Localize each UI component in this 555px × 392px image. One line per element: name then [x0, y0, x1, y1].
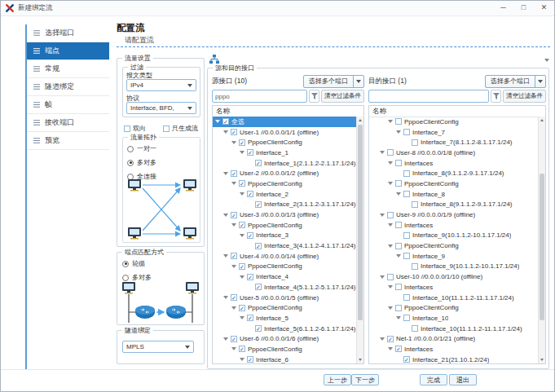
tree-row[interactable]: ✓Interfaces — [369, 344, 545, 355]
tree-row[interactable]: PppoeClientConfig — [369, 117, 545, 127]
expander-icon[interactable] — [388, 223, 393, 227]
tree-checkbox[interactable] — [412, 263, 418, 270]
tree-row[interactable]: ✓Interface_4(5.1.1.2-5.1.17.1/24) — [213, 282, 363, 293]
tree-checkbox[interactable] — [395, 284, 402, 290]
expander-icon[interactable] — [388, 347, 393, 350]
tree-checkbox[interactable] — [403, 170, 410, 177]
tree-row[interactable]: Interface_10(11.1.1.2-11.1.17.1/24) — [369, 293, 545, 303]
radio-icon[interactable] — [122, 261, 129, 267]
tree-checkbox[interactable]: ✓ — [395, 346, 402, 352]
tree-checkbox[interactable] — [403, 191, 410, 197]
tree-row[interactable]: ✓Interface_21(21.10.1.2/24) — [369, 355, 545, 363]
tree-row[interactable]: Interfaces — [369, 282, 545, 293]
tree-checkbox[interactable]: ✓ — [239, 305, 245, 311]
tree-row[interactable]: ✓全选 — [213, 117, 363, 127]
tree-row[interactable]: Interfaces — [369, 220, 545, 231]
expander-icon[interactable] — [240, 192, 244, 196]
tree-row[interactable]: ✓Interface_6 — [213, 355, 363, 363]
tree-row[interactable]: ✓Interface_1(2.1.1.2-2.1.17.1/24) — [213, 158, 363, 169]
sidebar-item[interactable]: 帧 — [27, 96, 109, 114]
tree-row[interactable]: ✓PppoeClientConfig — [213, 344, 363, 355]
tree-row[interactable]: ✓User-4 //0.0.0.0/1/4 (offline) — [213, 251, 363, 262]
expander-icon[interactable] — [223, 214, 228, 217]
destination-tree-scrollbar[interactable] — [538, 117, 545, 363]
expander-icon[interactable] — [240, 234, 244, 237]
tree-checkbox[interactable] — [412, 139, 418, 146]
source-tree-scrollbar[interactable] — [356, 117, 363, 363]
expander-icon[interactable] — [388, 244, 393, 248]
tree-checkbox[interactable]: ✓ — [231, 294, 237, 301]
expander-icon[interactable] — [388, 161, 393, 165]
only-generate-checkbox-row[interactable]: 只生成流 — [163, 124, 198, 133]
tree-checkbox[interactable] — [403, 294, 410, 301]
sidebar-item[interactable]: 端点 — [27, 42, 109, 60]
tree-row[interactable]: ✓Interface_1 — [213, 148, 363, 158]
tree-row[interactable]: Interface_10 — [369, 313, 545, 324]
tree-row[interactable]: ✓PppoeClientConfig — [213, 137, 363, 148]
clear-filter-button[interactable]: 清空过滤条件 — [503, 90, 546, 103]
chevron-down-icon[interactable] — [354, 76, 363, 87]
tree-checkbox[interactable]: ✓ — [239, 346, 245, 352]
tree-row[interactable]: Interfaces — [369, 158, 545, 169]
clear-filter-button[interactable]: 清空过滤条件 — [321, 90, 364, 103]
radio-icon[interactable] — [127, 160, 134, 166]
tree-row[interactable]: ✓PppoeClientConfig — [213, 302, 363, 313]
tree-checkbox[interactable]: ✓ — [231, 129, 237, 135]
sidebar-item[interactable]: 接收端口 — [27, 114, 109, 132]
tree-row[interactable]: Interface_10(11.1.1.2-11.1.17.1/24) — [369, 324, 545, 334]
maximize-button[interactable]: □ — [513, 1, 534, 15]
tree-checkbox[interactable]: ✓ — [231, 212, 237, 218]
tree-row[interactable]: ✓User-3 //0.0.0.0/1/3 (offline) — [213, 209, 363, 220]
expander-icon[interactable] — [223, 254, 228, 258]
tree-row[interactable]: Interface_7(8.1.1.2-8.1.17.1/24) — [369, 137, 545, 148]
expander-icon[interactable] — [380, 151, 385, 154]
endpoint-option-many-to-many[interactable]: 多对多 — [122, 273, 152, 282]
tree-checkbox[interactable]: ✓ — [403, 356, 410, 363]
expander-icon[interactable] — [231, 306, 236, 310]
tree-row[interactable]: ✓Interface_5(6.1.1.2-6.1.17.1/24) — [213, 324, 363, 334]
bidirectional-checkbox-row[interactable]: 双向 — [124, 124, 146, 133]
packet-type-select[interactable]: IPv4 — [126, 79, 196, 91]
tree-checkbox[interactable] — [387, 274, 394, 280]
tree-checkbox[interactable]: ✓ — [247, 356, 253, 363]
tree-row[interactable]: Interface_8(9.1.1.2-9.1.17.1/24) — [369, 168, 545, 178]
destination-filter-input[interactable] — [368, 90, 489, 103]
radio-icon[interactable] — [127, 146, 134, 152]
expander-icon[interactable] — [215, 120, 220, 123]
tree-checkbox[interactable] — [403, 232, 410, 239]
next-step-button[interactable]: 下一步 — [351, 374, 379, 385]
expander-icon[interactable] — [380, 275, 385, 279]
tree-row[interactable]: ✓User-2 //0.0.0.0/1/2 (offline) — [213, 168, 363, 178]
expander-icon[interactable] — [380, 214, 385, 217]
tree-checkbox[interactable] — [403, 129, 410, 135]
expander-icon[interactable] — [231, 265, 236, 268]
sidebar-item[interactable]: 隧道绑定 — [27, 78, 109, 96]
tree-checkbox[interactable] — [395, 305, 402, 311]
expander-icon[interactable] — [396, 254, 401, 258]
tree-row[interactable]: PppoeClientConfig — [369, 240, 545, 251]
expander-icon[interactable] — [240, 358, 244, 361]
tree-checkbox[interactable]: ✓ — [239, 263, 245, 270]
tree-row[interactable]: ✓Interface_5 — [213, 313, 363, 324]
topology-option-many-to-many[interactable]: 多对多 — [127, 158, 156, 167]
expander-icon[interactable] — [388, 120, 393, 123]
expander-icon[interactable] — [388, 306, 393, 310]
tree-row[interactable]: User-9 //0.0.0.0/1/9 (offline) — [369, 209, 545, 220]
tree-checkbox[interactable]: ✓ — [247, 191, 253, 197]
tunnel-binding-select[interactable]: MPLS — [122, 341, 194, 353]
scrollbar-thumb[interactable] — [540, 174, 544, 320]
expander-icon[interactable] — [223, 296, 228, 299]
expander-icon[interactable] — [223, 337, 228, 341]
tree-checkbox[interactable]: ✓ — [247, 315, 253, 321]
finish-button[interactable]: 完成 — [420, 374, 447, 385]
expander-icon[interactable] — [223, 130, 228, 134]
sidebar-item[interactable]: 选择端口 — [27, 24, 109, 42]
previous-step-button[interactable]: 上一步 — [324, 374, 351, 385]
expander-icon[interactable] — [240, 275, 244, 279]
tree-row[interactable]: Interface_7 — [369, 127, 545, 138]
protocol-select[interactable]: Interface, BFD, — [126, 102, 196, 114]
tree-checkbox[interactable]: ✓ — [387, 336, 394, 342]
tree-checkbox[interactable]: ✓ — [255, 284, 262, 290]
topology-option-one-to-one[interactable]: 一对一 — [127, 144, 156, 153]
exit-button[interactable]: 退出 — [449, 374, 477, 385]
